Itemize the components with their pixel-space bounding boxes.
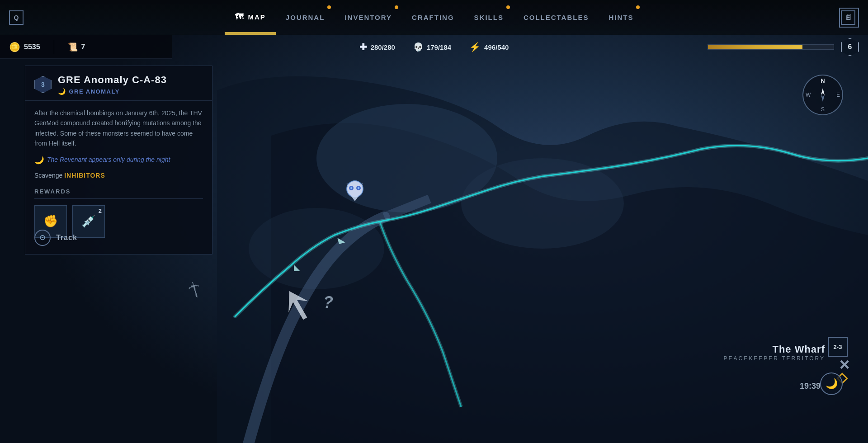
navigation-tabs: 🗺 MAP JOURNAL INVENTORY CRAFTING SKILLS … xyxy=(27,0,841,35)
quest-description: After the chemical bombings on January 6… xyxy=(34,108,203,149)
rewards-label: REWARDS xyxy=(34,188,203,195)
quest-level-badge: 3 xyxy=(34,76,52,93)
track-button[interactable]: ⊙ Track xyxy=(34,230,77,246)
scavenge-text: Scavenge INHIBITORS xyxy=(34,172,203,179)
health-stat: ✚ 280/280 xyxy=(359,42,395,52)
svg-point-10 xyxy=(350,187,352,189)
night-warning: 🌙 The Revenant appears only during the n… xyxy=(34,156,203,165)
location-name: The Wharf xyxy=(724,344,825,355)
inventory-dot xyxy=(395,5,398,9)
track-icon: ⊙ xyxy=(34,230,51,246)
compass-ring: N S E W xyxy=(802,75,843,115)
xp-section: 6 xyxy=(708,35,859,59)
lightning-icon: ⚡ xyxy=(469,42,481,52)
moon-warning-icon: 🌙 xyxy=(34,156,43,165)
player-marker xyxy=(341,176,368,211)
hints-dot xyxy=(636,5,640,9)
health-icon: ✚ xyxy=(359,42,367,52)
panel-header: 3 GRE Anomaly C-A-83 🌙 GRE ANOMALY xyxy=(25,66,212,101)
q-key-shortcut: Q xyxy=(9,10,24,25)
kills-stat: 💀 179/184 xyxy=(413,42,451,52)
svg-point-7 xyxy=(347,181,363,197)
compass: N S E W xyxy=(802,75,843,115)
tab-inventory[interactable]: INVENTORY xyxy=(335,0,402,35)
quest-type: 🌙 GRE ANOMALY xyxy=(58,88,167,95)
quest-panel: 3 GRE Anomaly C-A-83 🌙 GRE ANOMALY After… xyxy=(25,66,212,254)
location-badge: 2-3 The Wharf PEACEKEEPER TERRITORY ✕ xyxy=(724,344,848,362)
stats-bar: 🪙 5535 📜 7 xyxy=(0,35,172,59)
compass-arrows xyxy=(814,86,832,104)
rewards-divider xyxy=(34,198,203,199)
tab-crafting[interactable]: CRAFTING xyxy=(402,0,464,35)
svg-marker-17 xyxy=(821,88,825,95)
level-badge: 6 xyxy=(841,38,859,56)
scrolls-stat: 📜 7 xyxy=(68,42,85,52)
xp-bar xyxy=(708,44,834,50)
moon-subtitle-icon: 🌙 xyxy=(58,88,66,95)
reward-icon-2: 💉 xyxy=(81,214,96,228)
tab-collectables[interactable]: COLLECTABLES xyxy=(514,0,599,35)
xp-fill xyxy=(708,45,802,49)
compass-west: W xyxy=(806,92,811,98)
svg-point-11 xyxy=(358,187,359,189)
svg-marker-12 xyxy=(351,196,359,201)
center-stats: ✚ 280/280 💀 179/184 ⚡ 496/540 xyxy=(359,35,509,59)
tab-map[interactable]: 🗺 MAP xyxy=(225,0,276,35)
tab-journal[interactable]: JOURNAL xyxy=(276,0,335,35)
compass-south: S xyxy=(821,106,825,113)
svg-point-2 xyxy=(461,158,624,249)
map-unknown-marker: ? xyxy=(323,293,333,312)
panel-body: After the chemical bombings on January 6… xyxy=(25,101,212,245)
moon-circle: 🌙 xyxy=(820,372,843,395)
stats-divider-1 xyxy=(54,40,54,54)
energy-stat: ⚡ 496/540 xyxy=(469,42,509,52)
time-display: 19:39 xyxy=(800,382,821,391)
coin-icon: 🪙 xyxy=(9,42,20,52)
reward-count-2: 2 xyxy=(99,207,102,214)
svg-marker-18 xyxy=(821,95,825,102)
coins-stat: 🪙 5535 xyxy=(9,42,40,52)
compass-east: E xyxy=(836,92,840,98)
map-icon: 🗺 xyxy=(235,12,245,22)
quest-title: GRE Anomaly C-A-83 xyxy=(58,74,167,86)
compass-north: N xyxy=(821,77,825,84)
location-territory: PEACEKEEPER TERRITORY xyxy=(724,355,825,362)
scroll-icon: 📜 xyxy=(68,42,78,52)
top-navigation-bar: Q 🗺 MAP JOURNAL INVENTORY CRAFTING SKILL… xyxy=(0,0,868,35)
tab-hints[interactable]: HINTS xyxy=(599,0,643,35)
moon-phase-indicator: 🌙 xyxy=(820,372,845,398)
skull-icon: 💀 xyxy=(413,42,423,52)
journal-dot xyxy=(327,5,331,9)
panel-title-group: GRE Anomaly C-A-83 🌙 GRE ANOMALY xyxy=(58,74,167,95)
tab-skills[interactable]: SKILLS xyxy=(464,0,514,35)
reward-icon-1: ✊ xyxy=(43,214,58,228)
skills-dot xyxy=(506,5,510,9)
location-number-badge: 2-3 xyxy=(828,337,848,357)
territory-cross-icon: ✕ xyxy=(839,357,850,373)
pause-button[interactable]: II xyxy=(839,8,859,28)
